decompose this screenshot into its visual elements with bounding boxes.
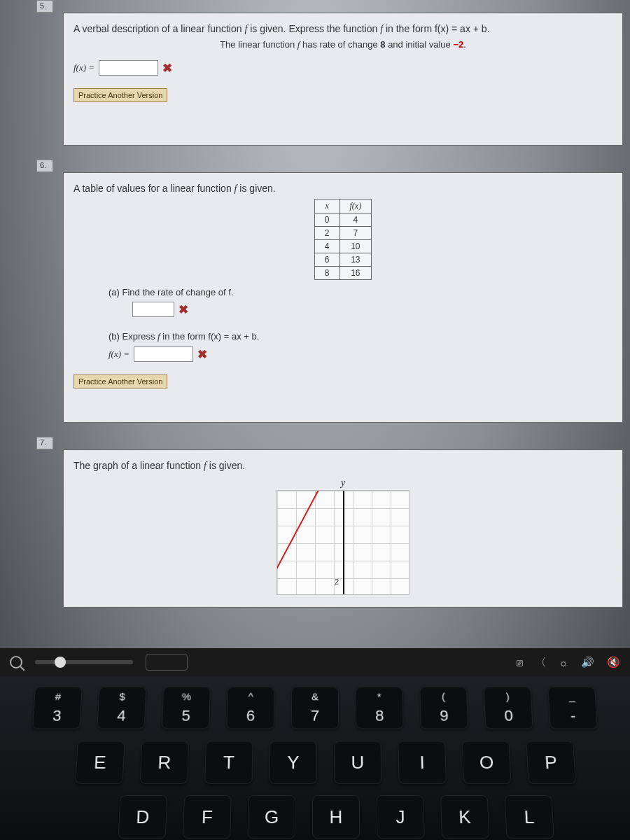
graph-tick-2: 2	[335, 578, 339, 586]
question-box-6: A table of values for a linear function …	[63, 172, 623, 423]
q6-part-a: (a) Find the rate of change of f.	[108, 287, 612, 298]
q6a-answer-row: ✖	[132, 302, 612, 317]
key-D[interactable]: D	[118, 795, 167, 839]
key-T[interactable]: T	[204, 741, 253, 783]
key-Y[interactable]: Y	[270, 741, 317, 783]
key-6[interactable]: ^6	[226, 687, 274, 729]
q6b-answer-row: f(x) = ✖	[108, 346, 612, 362]
touchbar: ⎚ 〈 ☼ 🔊 🔇	[0, 648, 630, 676]
table-row: 04	[314, 214, 371, 227]
search-icon[interactable]	[10, 656, 22, 668]
chevron-left-icon[interactable]: 〈	[536, 656, 546, 669]
volume-icon[interactable]: 🔊	[581, 656, 594, 668]
practice-another-version-button[interactable]: Practice Another Version	[74, 88, 167, 102]
graph-y-label: y	[276, 477, 410, 489]
question-number-6: 6.	[36, 160, 53, 172]
question-number-5: 5.	[36, 0, 53, 13]
key-7[interactable]: &7	[291, 687, 339, 729]
key-U[interactable]: U	[334, 741, 382, 783]
key-L[interactable]: L	[505, 795, 554, 839]
key-H[interactable]: H	[312, 795, 360, 839]
table-row: 613	[314, 253, 371, 267]
q5-answer-row: f(x) = ✖	[74, 60, 612, 76]
q7-prompt: The graph of a linear function f is give…	[74, 460, 612, 472]
q7-graph: y 2	[276, 477, 410, 595]
key-G[interactable]: G	[247, 795, 295, 839]
table-row: 27	[314, 227, 371, 240]
q5-answer-input[interactable]	[99, 60, 158, 76]
q6a-answer-input[interactable]	[132, 302, 174, 317]
table-row: 410	[314, 240, 371, 253]
key-0[interactable]: )0	[484, 687, 533, 729]
q5-subtext: The linear function f has rate of change…	[74, 39, 612, 50]
key-P[interactable]: P	[526, 741, 576, 783]
touchbar-slider[interactable]	[35, 660, 133, 664]
key-E[interactable]: E	[75, 741, 125, 783]
incorrect-icon: ✖	[162, 61, 172, 76]
key--[interactable]: _-	[547, 687, 598, 729]
worksheet: 5. A verbal description of a linear func…	[28, 0, 630, 609]
screenshot-icon[interactable]: ⎚	[517, 657, 523, 668]
question-box-7: The graph of a linear function f is give…	[63, 449, 623, 608]
touchbar-app-box[interactable]	[146, 654, 188, 671]
table-header-x: x	[314, 200, 340, 214]
key-5[interactable]: %5	[162, 687, 211, 729]
q6b-eq-label: f(x) =	[108, 349, 130, 360]
question-box-5: A verbal description of a linear functio…	[63, 13, 623, 146]
table-header-fx: f(x)	[340, 200, 372, 214]
keyboard: #3$4%5^6&7*8(9)0_- ERTYUIOP DFGHJKL	[0, 676, 630, 840]
key-O[interactable]: O	[462, 741, 512, 783]
q6b-answer-input[interactable]	[134, 346, 193, 362]
q5-eq-label: f(x) =	[74, 62, 94, 74]
key-8[interactable]: *8	[356, 687, 404, 729]
table-row: 816	[314, 267, 371, 280]
incorrect-icon: ✖	[178, 302, 188, 317]
question-number-7: 7.	[36, 437, 53, 449]
brightness-icon[interactable]: ☼	[559, 657, 568, 668]
q6-prompt: A table of values for a linear function …	[74, 183, 612, 195]
q5-prompt: A verbal description of a linear functio…	[74, 23, 612, 35]
mute-icon[interactable]: 🔇	[607, 656, 620, 668]
q6-value-table: xf(x) 04 27 410 613 816	[314, 199, 372, 280]
key-J[interactable]: J	[377, 795, 425, 839]
key-9[interactable]: (9	[419, 687, 468, 729]
key-4[interactable]: $4	[97, 687, 146, 729]
key-K[interactable]: K	[440, 795, 489, 839]
practice-another-version-button[interactable]: Practice Another Version	[74, 374, 167, 388]
key-F[interactable]: F	[183, 795, 232, 839]
q6-part-b: (b) Express f in the form f(x) = ax + b.	[108, 331, 612, 342]
key-I[interactable]: I	[398, 741, 447, 783]
key-R[interactable]: R	[140, 741, 189, 783]
incorrect-icon: ✖	[197, 347, 207, 362]
graph-canvas: 2	[276, 490, 410, 595]
key-3[interactable]: #3	[32, 687, 83, 729]
